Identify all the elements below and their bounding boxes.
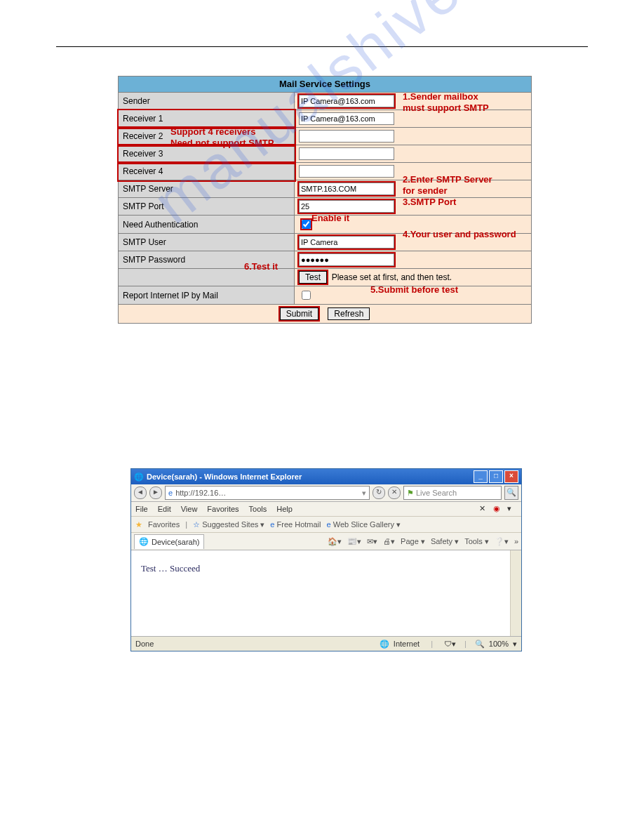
forward-icon[interactable]: ► xyxy=(149,486,162,499)
annot-8: 5.Submit before test xyxy=(370,284,458,295)
menu-edit[interactable]: Edit xyxy=(158,505,171,513)
annot-2a: Support 4 receivers xyxy=(170,126,255,137)
ie-page-body: Test … Succeed xyxy=(131,550,521,637)
ie-tab-bar: 🌐Device(sarah) 🏠▾ 📰▾ ✉▾ 🖨▾ Page ▾ Safety… xyxy=(131,533,521,550)
cmd-safety[interactable]: Safety ▾ xyxy=(431,537,459,546)
favorites-label[interactable]: Favorites xyxy=(148,520,180,529)
annot-5: Enable it xyxy=(311,213,349,223)
zoom-dropdown-icon[interactable]: ▾ xyxy=(513,640,517,649)
test-hint: Please set at first, and then test. xyxy=(332,272,452,282)
annot-6: 4.Your user and password xyxy=(403,229,516,239)
receiver4-input[interactable] xyxy=(299,165,394,178)
tab-label: Device(sarah) xyxy=(152,538,199,546)
home-icon[interactable]: 🏠▾ xyxy=(328,537,342,546)
fav-webslice[interactable]: e Web Slice Gallery ▾ xyxy=(327,520,401,529)
protected-mode-icon[interactable]: 🛡▾ xyxy=(444,640,456,649)
close-button[interactable]: × xyxy=(504,470,518,483)
ie-status-bar: Done 🌐 Internet | 🛡▾ | 🔍 100% ▾ xyxy=(131,637,521,651)
refresh-button[interactable]: Refresh xyxy=(328,307,370,320)
smtp-pass-input[interactable] xyxy=(299,253,394,266)
label-report-ip: Report Internet IP by Mail xyxy=(119,286,295,305)
smtp-server-input[interactable] xyxy=(299,183,394,195)
stop-icon[interactable]: ✕ xyxy=(388,486,401,499)
search-go-button[interactable]: 🔍 xyxy=(504,486,518,500)
status-text: Done xyxy=(135,640,154,648)
annot-1b: must support SMTP xyxy=(403,102,489,113)
back-icon[interactable]: ◄ xyxy=(134,486,147,499)
ie-command-bar: 🏠▾ 📰▾ ✉▾ 🖨▾ Page ▾ Safety ▾ Tools ▾ ❔▾ » xyxy=(328,537,518,546)
annot-3b: for sender xyxy=(403,185,448,196)
menu-favorites[interactable]: Favorites xyxy=(207,505,239,513)
annot-7: 6.Test it xyxy=(244,261,278,272)
sender-input[interactable] xyxy=(299,95,394,107)
delete-icon[interactable]: ✕ xyxy=(479,504,489,514)
label-need-auth: Need Authentication xyxy=(119,216,295,234)
annot-1a: 1.Sender mailbox xyxy=(403,91,478,102)
ie-window-title: Device(sarah) - Windows Internet Explore… xyxy=(147,472,472,481)
ie-app-icon: 🌐 xyxy=(134,472,144,482)
cmd-more-icon[interactable]: » xyxy=(514,537,518,545)
search-box[interactable]: ⚑Live Search xyxy=(403,486,502,500)
menu-view[interactable]: View xyxy=(181,505,198,513)
search-placeholder: Live Search xyxy=(416,489,457,497)
annot-3a: 2.Enter SMTP Server xyxy=(403,174,492,185)
ie-nav-bar: ◄ ► ehttp://192.16…▾ ↻ ✕ ⚑Live Search 🔍 xyxy=(131,484,521,502)
fav-suggested[interactable]: ☆ Suggested Sites ▾ xyxy=(193,520,264,529)
fav-hotmail[interactable]: e Free Hotmail xyxy=(270,520,321,529)
dropdown-icon[interactable]: ▾ xyxy=(507,504,517,514)
menu-file[interactable]: File xyxy=(135,505,148,513)
label-receiver1: Receiver 1 xyxy=(119,110,295,128)
label-receiver4: Receiver 4 xyxy=(119,163,295,180)
refresh-icon[interactable]: ↻ xyxy=(373,486,385,499)
minimize-button[interactable]: _ xyxy=(474,470,488,483)
test-result-text: Test … Succeed xyxy=(141,563,200,574)
cmd-tools[interactable]: Tools ▾ xyxy=(464,537,489,546)
annot-2b: Need not support SMTP xyxy=(170,138,274,148)
menu-help[interactable]: Help xyxy=(276,505,293,513)
receiver3-input[interactable] xyxy=(299,147,394,160)
submit-button[interactable]: Submit xyxy=(280,307,318,320)
need-auth-checkbox[interactable] xyxy=(302,220,311,229)
cmd-help-icon[interactable]: ❔▾ xyxy=(495,537,509,546)
ie-window: 🌐 Device(sarah) - Windows Internet Explo… xyxy=(130,468,522,651)
label-smtp-port: SMTP Port xyxy=(119,198,295,216)
address-url: http://192.16… xyxy=(175,489,226,497)
ie-titlebar: 🌐 Device(sarah) - Windows Internet Explo… xyxy=(131,469,521,484)
menu-tools[interactable]: Tools xyxy=(249,505,267,513)
zoom-level: 100% xyxy=(489,640,509,648)
report-ip-checkbox[interactable] xyxy=(302,291,311,300)
mail-icon[interactable]: ✉▾ xyxy=(367,537,377,546)
smtp-user-input[interactable] xyxy=(299,236,394,249)
test-button[interactable]: Test xyxy=(299,271,327,284)
favorites-star-icon[interactable]: ★ xyxy=(135,520,142,529)
maximize-button[interactable]: □ xyxy=(489,470,503,483)
panel-title: Mail Service Settings xyxy=(118,76,532,92)
page-divider xyxy=(56,46,588,47)
internet-zone-icon: 🌐 xyxy=(380,640,389,649)
label-smtp-user: SMTP User xyxy=(119,234,295,251)
receiver2-input[interactable] xyxy=(299,130,394,143)
feeds-icon[interactable]: 📰▾ xyxy=(347,537,361,546)
status-zone: Internet xyxy=(394,640,420,648)
address-bar[interactable]: ehttp://192.16…▾ xyxy=(165,486,370,500)
zoom-icon[interactable]: 🔍 xyxy=(475,640,485,649)
receiver1-input[interactable] xyxy=(299,112,394,125)
cmd-page[interactable]: Page ▾ xyxy=(401,537,425,546)
ie-favorites-bar: ★ Favorites | ☆ Suggested Sites ▾ e Free… xyxy=(131,517,521,533)
print-icon[interactable]: 🖨▾ xyxy=(383,537,395,546)
smtp-port-input[interactable] xyxy=(299,200,394,213)
annot-4: 3.SMTP Port xyxy=(403,197,456,207)
label-sender: Sender xyxy=(119,93,295,110)
snag-icon[interactable]: ◉ xyxy=(493,504,503,514)
tab-device[interactable]: 🌐Device(sarah) xyxy=(134,534,204,549)
scrollbar[interactable] xyxy=(510,550,521,636)
label-smtp-server: SMTP Server xyxy=(119,180,295,198)
ie-menu-bar: File Edit View Favorites Tools Help ✕ ◉ … xyxy=(131,502,521,517)
